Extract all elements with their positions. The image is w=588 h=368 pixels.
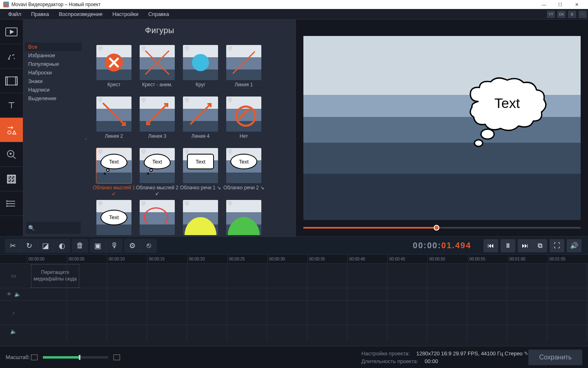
ruler-tick[interactable]: 00:00:10 bbox=[107, 255, 147, 263]
category-search[interactable]: 🔍 ✕ bbox=[26, 222, 81, 234]
fit-width-icon[interactable] bbox=[31, 355, 38, 360]
share-youtube-icon[interactable]: YT bbox=[547, 11, 555, 18]
shape-thumb[interactable]: ♡ bbox=[183, 96, 218, 132]
shape-thumb[interactable]: ♡ bbox=[96, 45, 131, 80]
shape-thumb[interactable]: ♡Text bbox=[226, 148, 261, 183]
favorite-icon[interactable]: ♡ bbox=[98, 149, 102, 155]
shape-item[interactable]: ♡ bbox=[222, 200, 265, 236]
ruler-tick[interactable]: 00:00:50 bbox=[428, 255, 468, 263]
ruler-tick[interactable]: 00:00:05 bbox=[67, 255, 107, 263]
share-ok-icon[interactable]: OK bbox=[557, 11, 566, 18]
shape-item[interactable]: ♡Линия 2 bbox=[92, 96, 136, 145]
category-sketches[interactable]: Наброски bbox=[25, 68, 82, 77]
shape-thumb[interactable]: ♡ bbox=[140, 45, 175, 80]
ruler-tick[interactable]: 00:00:00 bbox=[27, 255, 67, 263]
shape-thumb[interactable]: ♡Text bbox=[96, 148, 131, 183]
rail-more-button[interactable] bbox=[0, 191, 23, 216]
media-dropzone[interactable]: Перетащите медиафайлы сюда bbox=[31, 264, 79, 288]
category-favorites[interactable]: Избранное bbox=[25, 51, 82, 60]
shape-item[interactable]: ♡Крест bbox=[92, 45, 136, 93]
audio-track-2[interactable]: 🔈 bbox=[0, 325, 588, 337]
audio-icon-2[interactable]: 🔈 bbox=[10, 328, 17, 334]
rail-zoom-button[interactable] bbox=[0, 142, 23, 167]
shape-item[interactable]: ♡Text bbox=[92, 200, 136, 236]
menu-edit[interactable]: Правка bbox=[26, 9, 54, 19]
maximize-button[interactable]: ☐ bbox=[552, 0, 568, 9]
link-track[interactable]: 👁🔈 bbox=[0, 288, 588, 301]
volume-button[interactable]: 🔊 bbox=[567, 239, 581, 252]
menu-help[interactable]: Справка bbox=[143, 9, 174, 19]
category-captions[interactable]: Надписи bbox=[25, 85, 82, 94]
favorite-icon[interactable]: ♡ bbox=[185, 201, 189, 206]
fit-content-icon[interactable] bbox=[114, 355, 120, 360]
save-button[interactable]: Сохранить bbox=[528, 350, 582, 365]
shape-item[interactable]: ♡TextОблачко речи 1 ↘ bbox=[179, 148, 222, 197]
shape-item[interactable]: ♡TextОблачко мыслей 1 ↙ bbox=[92, 148, 136, 197]
favorite-icon[interactable]: ♡ bbox=[141, 149, 146, 155]
fullscreen-button[interactable]: ⛶ bbox=[550, 239, 564, 252]
cut-button[interactable]: ✂ bbox=[5, 239, 21, 253]
shape-item[interactable]: ♡ bbox=[136, 200, 179, 236]
shape-thumb[interactable]: ♡ bbox=[183, 45, 218, 80]
rail-chroma-button[interactable] bbox=[0, 167, 23, 191]
share-vk-icon[interactable]: В bbox=[568, 11, 576, 18]
ruler-tick[interactable]: 00:01:05 bbox=[548, 255, 588, 263]
zoom-slider[interactable] bbox=[43, 356, 108, 359]
delete-button[interactable]: 🗑 bbox=[72, 239, 88, 253]
edit-settings-icon[interactable]: ✎ bbox=[524, 350, 528, 357]
ruler-tick[interactable]: 00:00:30 bbox=[267, 255, 307, 263]
ruler-tick[interactable]: 00:00:15 bbox=[147, 255, 187, 263]
menu-settings[interactable]: Настройки bbox=[107, 9, 143, 19]
next-frame-button[interactable]: ⏭ bbox=[518, 239, 532, 252]
prev-frame-button[interactable]: ⏮ bbox=[483, 239, 498, 252]
shape-item[interactable]: ♡Линия 1 bbox=[222, 45, 265, 93]
preview-scrubber[interactable] bbox=[303, 222, 581, 234]
shape-item[interactable]: ♡TextОблачко речи 2 ↘ bbox=[222, 148, 265, 197]
shape-item[interactable]: ♡TextОблачко мыслей 2 ↙ bbox=[136, 148, 179, 197]
audio-track[interactable]: ♪ bbox=[0, 301, 588, 325]
ruler-tick[interactable]: 00:00:45 bbox=[388, 255, 428, 263]
rotate-button[interactable]: ↻ bbox=[21, 239, 38, 253]
close-button[interactable]: ✕ bbox=[568, 0, 585, 9]
shape-item[interactable]: ♡Круг bbox=[179, 45, 222, 93]
shape-thumb[interactable]: ♡ bbox=[183, 200, 218, 235]
shape-thumb[interactable]: ♡Text bbox=[96, 200, 131, 235]
rail-transitions-button[interactable] bbox=[0, 69, 23, 93]
ruler-tick[interactable]: 00:01:00 bbox=[508, 255, 548, 263]
shape-thumb[interactable]: ♡Text bbox=[183, 148, 218, 183]
rail-shapes-button[interactable] bbox=[0, 118, 23, 142]
timeline-ruler[interactable]: 00:00:0000:00:0500:00:1000:00:1500:00:20… bbox=[0, 254, 588, 263]
shape-item[interactable]: ♡Крест - аним. bbox=[136, 45, 179, 93]
record-audio-button[interactable]: 🎙 bbox=[106, 239, 122, 253]
category-highlight[interactable]: Выделение bbox=[25, 94, 82, 103]
color-button[interactable]: ◐ bbox=[54, 239, 70, 253]
favorite-icon[interactable]: ♡ bbox=[98, 201, 102, 206]
scrub-track[interactable] bbox=[303, 227, 581, 229]
category-signs[interactable]: Знаки bbox=[25, 77, 82, 85]
shape-item[interactable]: ♡Нет bbox=[222, 96, 265, 145]
snapshot-button[interactable]: ▣ bbox=[90, 239, 106, 253]
menu-playback[interactable]: Воспроизведение bbox=[54, 9, 107, 19]
shape-item[interactable]: ♡ bbox=[179, 200, 222, 236]
eye-icon[interactable]: 👁 bbox=[7, 291, 12, 297]
rail-titles-button[interactable] bbox=[0, 93, 23, 118]
audio-icon[interactable]: 🔈 bbox=[14, 291, 21, 297]
undock-button[interactable]: ⧉ bbox=[532, 239, 547, 252]
shape-thumb[interactable]: ♡ bbox=[96, 96, 131, 132]
preview-thought-bubble[interactable]: Text bbox=[462, 77, 552, 156]
favorite-icon[interactable]: ♡ bbox=[228, 149, 232, 155]
play-pause-button[interactable]: ⏸ bbox=[501, 239, 515, 252]
favorite-icon[interactable]: ♡ bbox=[228, 201, 232, 206]
clip-settings-button[interactable]: ⚙ bbox=[124, 239, 140, 253]
ruler-tick[interactable]: 00:00:25 bbox=[227, 255, 267, 263]
crop-button[interactable]: ◪ bbox=[38, 239, 54, 253]
shape-item[interactable]: ♡Линия 4 bbox=[179, 96, 222, 145]
rail-media-button[interactable] bbox=[0, 20, 23, 44]
preview-canvas[interactable]: Text bbox=[303, 36, 581, 220]
shape-thumb[interactable]: ♡ bbox=[226, 45, 261, 80]
category-popular[interactable]: Популярные bbox=[25, 60, 82, 68]
collapse-handle[interactable]: ‹ bbox=[83, 41, 89, 236]
category-all[interactable]: Все bbox=[25, 43, 82, 51]
ruler-tick[interactable]: 00:00:20 bbox=[187, 255, 227, 263]
shape-thumb[interactable]: ♡ bbox=[226, 96, 261, 132]
